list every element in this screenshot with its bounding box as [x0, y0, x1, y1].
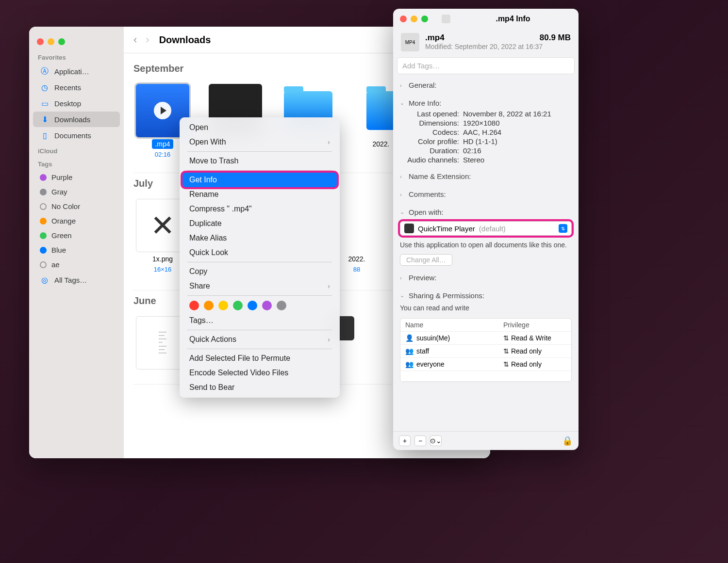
chevron-right-icon: › — [400, 192, 406, 197]
divider — [187, 170, 332, 171]
section-name-ext[interactable]: ›Name & Extension: — [400, 170, 572, 182]
tag-all[interactable]: ◎All Tags… — [33, 272, 120, 288]
section-sharing[interactable]: ⌄Sharing & Permissions: — [400, 290, 572, 302]
tag-dot-icon — [40, 203, 47, 210]
chevron-right-icon: › — [400, 174, 406, 179]
file-name: .mp4 — [152, 139, 173, 149]
perm-row[interactable]: 👥everyone⇅ Read only — [400, 358, 571, 371]
tag-green[interactable] — [233, 301, 243, 310]
menu-tags[interactable]: Tags… — [182, 313, 337, 328]
change-all-button[interactable]: Change All… — [400, 254, 452, 266]
col-priv: Privilege — [503, 321, 566, 329]
section-open-with[interactable]: ⌄Open with: — [400, 206, 572, 218]
menu-alias[interactable]: Make Alias — [182, 231, 337, 245]
tag-gray[interactable] — [277, 301, 286, 310]
divider — [187, 151, 332, 152]
perm-hint: You can read and write — [400, 302, 572, 314]
permissions-table: Name Privilege 👤susuin(Me)⇅ Read & Write… — [400, 318, 572, 382]
menu-quicklook[interactable]: Quick Look — [182, 245, 337, 260]
menu-copy[interactable]: Copy — [182, 264, 337, 279]
file-size: 80.9 MB — [540, 33, 571, 43]
lock-icon[interactable]: 🔒 — [562, 435, 573, 446]
zoom-button[interactable] — [421, 16, 428, 22]
tag-nocolor[interactable]: No Color — [33, 199, 120, 213]
menu-permute[interactable]: Add Selected File to Permute — [182, 351, 337, 366]
section-more-info[interactable]: ⌄More Info: — [400, 97, 572, 109]
tag-green[interactable]: Green — [33, 228, 120, 242]
tag-blue[interactable]: Blue — [33, 243, 120, 257]
divider — [187, 262, 332, 262]
add-button[interactable]: + — [399, 435, 411, 446]
file-item-partial2[interactable]: 2022. 88 — [342, 199, 371, 275]
openwith-select[interactable]: QuickTime Player (default) ⇅ — [400, 221, 572, 236]
app-icon: Ⓐ — [40, 66, 50, 76]
zoom-button[interactable] — [58, 38, 65, 45]
sidebar-item-applications[interactable]: ⒶApplicati… — [33, 64, 120, 79]
menu-share[interactable]: Share› — [182, 279, 337, 293]
tag-purple[interactable] — [262, 301, 272, 310]
menu-rename[interactable]: Rename — [182, 187, 337, 202]
sidebar-item-downloads[interactable]: ⬇Downloads — [33, 112, 120, 127]
chevron-right-icon: › — [328, 282, 330, 290]
close-button[interactable] — [400, 16, 407, 22]
file-name: 1x.png — [149, 254, 176, 264]
info-footer: + − ⊙⌄ 🔒 — [393, 431, 579, 450]
perm-row[interactable]: 👥staff⇅ Read only — [400, 345, 571, 358]
menu-quick-actions[interactable]: Quick Actions› — [182, 332, 337, 347]
section-comments[interactable]: ›Comments: — [400, 188, 572, 200]
tag-yellow[interactable] — [218, 301, 228, 310]
tag-ae[interactable]: ae — [33, 257, 120, 272]
quicktime-icon — [442, 15, 450, 23]
tag-orange[interactable] — [204, 301, 214, 310]
tag-red[interactable] — [189, 301, 199, 310]
tag-blue[interactable] — [248, 301, 257, 310]
tags-input[interactable]: Add Tags… — [397, 57, 575, 74]
tag-dot-icon — [40, 247, 47, 254]
tag-dot-icon — [40, 218, 47, 225]
sidebar-item-recents[interactable]: ◷Recents — [33, 80, 120, 95]
menu-open-with[interactable]: Open With› — [182, 135, 337, 149]
document-icon: ▯ — [40, 130, 50, 140]
favorites-header: Favorites — [29, 50, 124, 63]
close-button[interactable] — [37, 38, 44, 45]
sidebar-item-desktop[interactable]: ▭Desktop — [33, 96, 120, 111]
menu-encode[interactable]: Encode Selected Video Files — [182, 366, 337, 380]
chevron-right-icon: › — [400, 275, 406, 281]
select-arrows-icon: ⇅ — [559, 224, 567, 233]
file-meta: 88 — [353, 266, 360, 273]
minimize-button[interactable] — [411, 16, 417, 22]
menu-bear[interactable]: Send to Bear — [182, 380, 337, 395]
group-icon: 👥 — [405, 347, 414, 355]
menu-get-info[interactable]: Get Info — [182, 173, 337, 187]
minimize-button[interactable] — [48, 38, 54, 45]
play-icon — [154, 102, 171, 119]
tag-dot-icon — [40, 174, 47, 181]
section-preview[interactable]: ›Preview: — [400, 272, 572, 284]
tag-purple[interactable]: Purple — [33, 170, 120, 184]
chevron-right-icon: › — [400, 82, 406, 88]
file-name: .mp4 — [425, 33, 445, 43]
section-general[interactable]: ›General: — [400, 79, 572, 91]
tag-gray[interactable]: Gray — [33, 185, 120, 199]
menu-tag-row — [182, 298, 337, 313]
file-name: 2022. — [369, 139, 392, 149]
chevron-down-icon: ⌄ — [400, 209, 406, 215]
menu-compress[interactable]: Compress " .mp4" — [182, 202, 337, 216]
file-icon: MP4 — [401, 33, 419, 51]
back-button[interactable]: ‹ — [133, 33, 137, 46]
action-button[interactable]: ⊙⌄ — [430, 435, 442, 446]
download-icon: ⬇ — [40, 114, 50, 124]
info-title: .mp4 Info — [454, 15, 572, 23]
chevron-down-icon: ⌄ — [400, 100, 406, 106]
menu-duplicate[interactable]: Duplicate — [182, 216, 337, 231]
sidebar-item-documents[interactable]: ▯Documents — [33, 128, 120, 143]
tag-orange[interactable]: Orange — [33, 214, 120, 228]
menu-trash[interactable]: Move to Trash — [182, 154, 337, 168]
file-meta: 02:16 — [155, 151, 171, 158]
forward-button[interactable]: › — [146, 33, 149, 46]
divider — [187, 330, 332, 330]
menu-open[interactable]: Open — [182, 120, 337, 135]
perm-row[interactable]: 👤susuin(Me)⇅ Read & Write — [400, 332, 571, 345]
tag-dot-icon — [40, 261, 47, 268]
remove-button[interactable]: − — [414, 435, 426, 446]
